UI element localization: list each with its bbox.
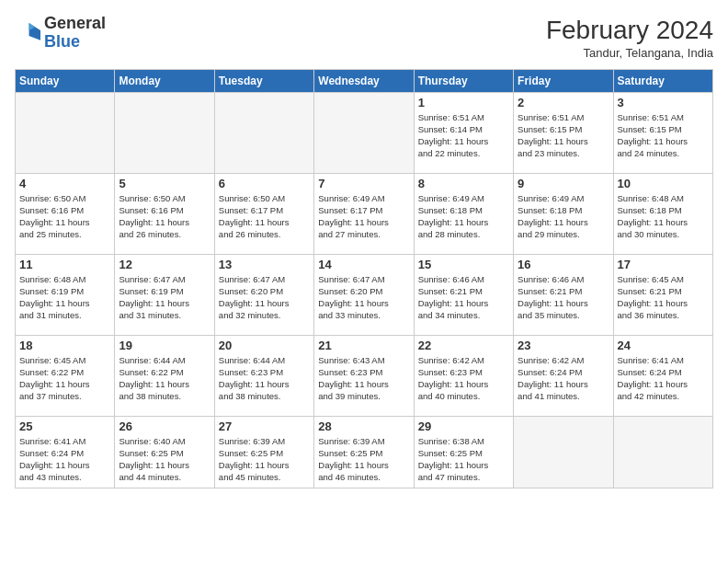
day-number: 22 [418,339,509,352]
day-info: Sunrise: 6:47 AM Sunset: 6:19 PM Dayligh… [119,273,210,322]
day-number: 15 [418,258,509,271]
calendar-cell: 9Sunrise: 6:49 AM Sunset: 6:18 PM Daylig… [514,173,613,254]
day-info: Sunrise: 6:50 AM Sunset: 6:16 PM Dayligh… [119,192,210,241]
day-info: Sunrise: 6:48 AM Sunset: 6:19 PM Dayligh… [19,273,110,322]
day-info: Sunrise: 6:45 AM Sunset: 6:21 PM Dayligh… [618,273,709,322]
calendar-cell: 4Sunrise: 6:50 AM Sunset: 6:16 PM Daylig… [16,173,115,254]
calendar-cell: 19Sunrise: 6:44 AM Sunset: 6:22 PM Dayli… [115,335,214,416]
day-number: 16 [518,258,609,271]
day-number: 26 [119,419,210,433]
calendar-week-row: 4Sunrise: 6:50 AM Sunset: 6:16 PM Daylig… [16,173,713,254]
weekday-header-tuesday: Tuesday [214,69,313,92]
calendar-cell: 10Sunrise: 6:48 AM Sunset: 6:18 PM Dayli… [613,173,712,254]
calendar-cell [16,92,115,173]
day-info: Sunrise: 6:44 AM Sunset: 6:23 PM Dayligh… [219,354,310,403]
day-info: Sunrise: 6:40 AM Sunset: 6:25 PM Dayligh… [119,435,210,484]
calendar-table: SundayMondayTuesdayWednesdayThursdayFrid… [15,69,713,488]
calendar-week-row: 18Sunrise: 6:45 AM Sunset: 6:22 PM Dayli… [16,335,713,416]
weekday-header-saturday: Saturday [613,69,712,92]
day-number: 20 [219,339,310,352]
day-number: 13 [219,258,310,271]
day-info: Sunrise: 6:44 AM Sunset: 6:22 PM Dayligh… [119,354,210,403]
day-number: 7 [318,177,409,190]
day-number: 10 [618,177,709,190]
day-info: Sunrise: 6:47 AM Sunset: 6:20 PM Dayligh… [219,273,310,322]
day-number: 8 [418,177,509,190]
day-info: Sunrise: 6:41 AM Sunset: 6:24 PM Dayligh… [618,354,709,403]
day-number: 27 [219,419,310,433]
calendar-cell: 1Sunrise: 6:51 AM Sunset: 6:14 PM Daylig… [414,92,513,173]
calendar-cell: 8Sunrise: 6:49 AM Sunset: 6:18 PM Daylig… [414,173,513,254]
logo-blue: Blue [44,33,106,52]
day-info: Sunrise: 6:51 AM Sunset: 6:15 PM Dayligh… [618,111,709,160]
day-info: Sunrise: 6:51 AM Sunset: 6:15 PM Dayligh… [518,111,609,160]
day-info: Sunrise: 6:39 AM Sunset: 6:25 PM Dayligh… [318,435,409,484]
logo-icon [15,20,40,46]
day-info: Sunrise: 6:42 AM Sunset: 6:23 PM Dayligh… [418,354,509,403]
calendar-cell: 15Sunrise: 6:46 AM Sunset: 6:21 PM Dayli… [414,254,513,335]
calendar-cell: 12Sunrise: 6:47 AM Sunset: 6:19 PM Dayli… [115,254,214,335]
day-info: Sunrise: 6:49 AM Sunset: 6:18 PM Dayligh… [518,192,609,241]
calendar-cell: 11Sunrise: 6:48 AM Sunset: 6:19 PM Dayli… [16,254,115,335]
calendar-cell: 24Sunrise: 6:41 AM Sunset: 6:24 PM Dayli… [613,335,712,416]
day-number: 5 [119,177,210,190]
calendar-cell [613,416,712,488]
calendar-cell: 5Sunrise: 6:50 AM Sunset: 6:16 PM Daylig… [115,173,214,254]
calendar-week-row: 1Sunrise: 6:51 AM Sunset: 6:14 PM Daylig… [16,92,713,173]
day-info: Sunrise: 6:39 AM Sunset: 6:25 PM Dayligh… [219,435,310,484]
day-info: Sunrise: 6:48 AM Sunset: 6:18 PM Dayligh… [618,192,709,241]
calendar-cell: 14Sunrise: 6:47 AM Sunset: 6:20 PM Dayli… [314,254,414,335]
calendar-cell: 18Sunrise: 6:45 AM Sunset: 6:22 PM Dayli… [16,335,115,416]
day-number: 25 [19,419,110,433]
header: General Blue February 2024 Tandur, Telan… [15,15,713,60]
calendar-cell: 29Sunrise: 6:38 AM Sunset: 6:25 PM Dayli… [414,416,513,488]
day-info: Sunrise: 6:45 AM Sunset: 6:22 PM Dayligh… [19,354,110,403]
calendar-week-row: 11Sunrise: 6:48 AM Sunset: 6:19 PM Dayli… [16,254,713,335]
day-info: Sunrise: 6:43 AM Sunset: 6:23 PM Dayligh… [318,354,409,403]
weekday-header-monday: Monday [115,69,214,92]
day-info: Sunrise: 6:42 AM Sunset: 6:24 PM Dayligh… [518,354,609,403]
calendar-cell [314,92,414,173]
day-info: Sunrise: 6:41 AM Sunset: 6:24 PM Dayligh… [19,435,110,484]
weekday-header-friday: Friday [514,69,613,92]
calendar-cell: 16Sunrise: 6:46 AM Sunset: 6:21 PM Dayli… [514,254,613,335]
day-number: 6 [219,177,310,190]
calendar-cell: 20Sunrise: 6:44 AM Sunset: 6:23 PM Dayli… [214,335,313,416]
title-block: February 2024 Tandur, Telangana, India [546,15,713,60]
day-number: 21 [318,339,409,352]
day-info: Sunrise: 6:38 AM Sunset: 6:25 PM Dayligh… [418,435,509,484]
calendar-cell: 27Sunrise: 6:39 AM Sunset: 6:25 PM Dayli… [214,416,313,488]
day-number: 1 [418,96,509,109]
day-info: Sunrise: 6:51 AM Sunset: 6:14 PM Dayligh… [418,111,509,160]
calendar-cell: 13Sunrise: 6:47 AM Sunset: 6:20 PM Dayli… [214,254,313,335]
day-info: Sunrise: 6:46 AM Sunset: 6:21 PM Dayligh… [418,273,509,322]
day-info: Sunrise: 6:49 AM Sunset: 6:18 PM Dayligh… [418,192,509,241]
day-info: Sunrise: 6:50 AM Sunset: 6:17 PM Dayligh… [219,192,310,241]
day-number: 29 [418,419,509,433]
main-title: February 2024 [546,15,713,46]
day-number: 9 [518,177,609,190]
day-number: 4 [19,177,110,190]
calendar-cell: 7Sunrise: 6:49 AM Sunset: 6:17 PM Daylig… [314,173,414,254]
logo: General Blue [15,15,106,52]
calendar-cell: 23Sunrise: 6:42 AM Sunset: 6:24 PM Dayli… [514,335,613,416]
weekday-header-sunday: Sunday [16,69,115,92]
day-number: 23 [518,339,609,352]
calendar-cell: 21Sunrise: 6:43 AM Sunset: 6:23 PM Dayli… [314,335,414,416]
day-info: Sunrise: 6:50 AM Sunset: 6:16 PM Dayligh… [19,192,110,241]
day-number: 12 [119,258,210,271]
page: General Blue February 2024 Tandur, Telan… [0,0,728,563]
calendar-cell: 25Sunrise: 6:41 AM Sunset: 6:24 PM Dayli… [16,416,115,488]
weekday-header-wednesday: Wednesday [314,69,414,92]
calendar-cell: 22Sunrise: 6:42 AM Sunset: 6:23 PM Dayli… [414,335,513,416]
day-number: 28 [318,419,409,433]
day-info: Sunrise: 6:47 AM Sunset: 6:20 PM Dayligh… [318,273,409,322]
weekday-header-row: SundayMondayTuesdayWednesdayThursdayFrid… [16,69,713,92]
weekday-header-thursday: Thursday [414,69,513,92]
day-number: 3 [618,96,709,109]
calendar-cell [514,416,613,488]
day-number: 24 [618,339,709,352]
calendar-cell [214,92,313,173]
calendar-cell [115,92,214,173]
calendar-cell: 6Sunrise: 6:50 AM Sunset: 6:17 PM Daylig… [214,173,313,254]
